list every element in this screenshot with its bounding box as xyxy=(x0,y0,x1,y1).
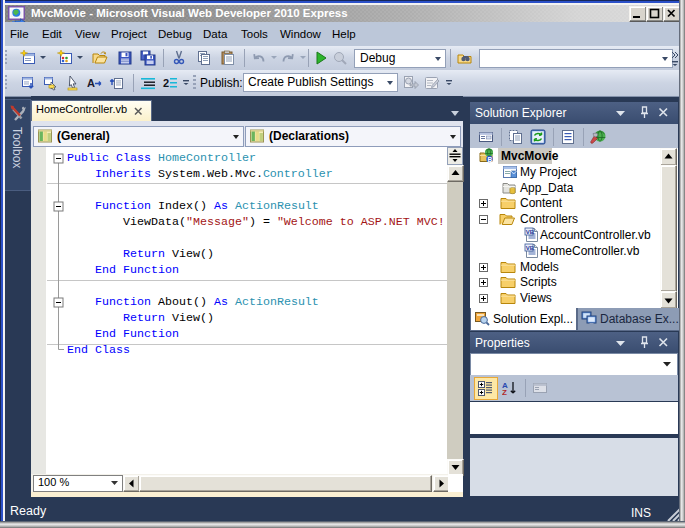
svg-text:Z: Z xyxy=(502,388,507,396)
svg-text:VB: VB xyxy=(526,245,535,251)
svg-text:A: A xyxy=(87,77,95,89)
svg-text:VB: VB xyxy=(526,229,535,235)
svg-text:2: 2 xyxy=(163,77,169,89)
svg-text:B: B xyxy=(488,156,493,163)
